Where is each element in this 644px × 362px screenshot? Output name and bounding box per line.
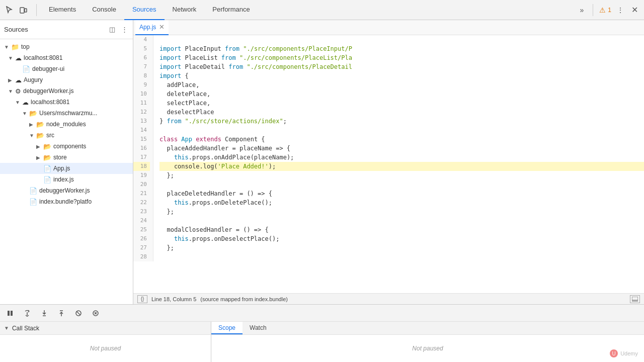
- devtools-toolbar: Elements Console Sources Network Perform…: [0, 0, 644, 20]
- code-panel: App.js ✕ 4 5 6 7 8 9 10: [133, 20, 644, 304]
- code-line-19: };: [159, 171, 644, 180]
- arrow-src: ▼: [29, 133, 36, 138]
- tab-performance[interactable]: Performance: [204, 0, 258, 20]
- step-over-btn[interactable]: [21, 307, 33, 319]
- code-line-7: import PlaceDetail from "./src/component…: [159, 62, 644, 71]
- file-icon-debugger-ui: 📄: [22, 65, 30, 73]
- tab-sources[interactable]: Sources: [124, 0, 165, 20]
- call-stack-header[interactable]: ▼ Call Stack: [0, 322, 211, 335]
- tree-item-store[interactable]: ▶ 📂 store: [0, 152, 133, 163]
- close-tab-icon[interactable]: ✕: [159, 23, 165, 31]
- warning-count: 1: [608, 7, 611, 14]
- file-icon-dw: 📄: [29, 187, 37, 195]
- tree-label-indexjs: index.js: [53, 176, 74, 183]
- arrow-dw: ▼: [8, 88, 15, 94]
- hide-panel-icon[interactable]: ◫: [108, 25, 117, 34]
- tree-item-augury[interactable]: ▶ ☁ Augury: [0, 74, 133, 85]
- line-num-28: 28: [133, 252, 150, 261]
- tree-item-users[interactable]: ▼ 📂 Users/mschwarzmu...: [0, 108, 133, 119]
- tree-item-components[interactable]: ▶ 📂 components: [0, 141, 133, 152]
- step-out-btn[interactable]: [55, 307, 67, 319]
- main-content: Sources ◫ ⋮ ▼ 📁 top ▼: [0, 20, 644, 362]
- tree-label-src: src: [46, 132, 54, 139]
- pretty-print-btn[interactable]: {}: [137, 295, 147, 303]
- line-num-4: 4: [133, 35, 150, 44]
- code-tab-appjs[interactable]: App.js ✕: [135, 20, 169, 35]
- step-into-btn[interactable]: [38, 307, 50, 319]
- call-stack-arrow: ▼: [4, 325, 9, 331]
- line-num-6: 6: [133, 53, 150, 62]
- tree-item-localhost-1[interactable]: ▼ ☁ localhost:8081: [0, 52, 133, 63]
- tree-item-top[interactable]: ▼ 📁 top: [0, 41, 133, 52]
- line-num-26: 26: [133, 234, 150, 243]
- code-line-16: placeAddedHandler = placeName => {: [159, 144, 644, 153]
- tree-label-localhost-1: localhost:8081: [24, 54, 62, 61]
- file-icon-appjs: 📄: [43, 165, 51, 172]
- folder-icon-store: 📂: [43, 154, 51, 161]
- code-line-15: class App extends Component {: [159, 135, 644, 144]
- line-num-7: 7: [133, 62, 150, 71]
- tree-label-top: top: [21, 43, 30, 50]
- code-lines-container: 4 5 6 7 8 9 10 11 12 13 14 15 16: [133, 35, 644, 261]
- tree-item-debugger-ui[interactable]: 📄 debugger-ui: [0, 63, 133, 74]
- warning-badge[interactable]: ⚠ 1: [599, 6, 611, 14]
- close-devtools-icon[interactable]: ✕: [629, 3, 640, 17]
- file-tree: ▼ 📁 top ▼ ☁ localhost:8081 📄 debugg: [0, 39, 133, 304]
- tab-elements[interactable]: Elements: [41, 0, 84, 20]
- line-num-10: 10: [133, 89, 150, 99]
- tree-item-index-bundle[interactable]: 📄 index.bundle?platfo: [0, 196, 133, 207]
- tab-bar: Elements Console Sources Network Perform…: [41, 0, 258, 20]
- svg-rect-1: [25, 9, 27, 12]
- call-stack-empty-text: Not paused: [90, 345, 121, 352]
- server-icon-2: ☁: [22, 99, 29, 106]
- scope-tabs: Scope Watch: [211, 322, 644, 335]
- async-btn[interactable]: [90, 307, 102, 319]
- more-sources-icon[interactable]: ⋮: [120, 25, 129, 34]
- tree-item-localhost-2[interactable]: ▼ ☁ localhost:8081: [0, 97, 133, 108]
- tree-label-node-modules: node_modules: [46, 121, 86, 128]
- line-num-11: 11: [133, 99, 150, 108]
- code-line-25: modalClosedHandler = () => {: [159, 225, 644, 234]
- pause-btn[interactable]: [4, 307, 16, 319]
- line-num-20: 20: [133, 180, 150, 189]
- tree-item-src[interactable]: ▼ 📂 src: [0, 130, 133, 141]
- code-editor[interactable]: 4 5 6 7 8 9 10 11 12 13 14 15 16: [133, 35, 644, 293]
- more-tabs-icon[interactable]: »: [577, 5, 587, 15]
- code-line-9: addPlace,: [159, 80, 644, 89]
- bottom-split: ▼ Call Stack Not paused Scope Watch Not …: [0, 322, 644, 362]
- source-map-info: (source mapped from index.bundle): [200, 296, 288, 302]
- line-num-5: 5: [133, 44, 150, 53]
- code-line-24: [159, 216, 644, 225]
- console-drawer-btn[interactable]: [630, 295, 640, 303]
- svg-rect-3: [11, 311, 13, 316]
- folder-icon-src: 📂: [36, 132, 44, 139]
- tree-item-debugger-worker-gear[interactable]: ▼ ⚙ debuggerWorker.js: [0, 85, 133, 97]
- more-options-icon[interactable]: ⋮: [615, 5, 625, 15]
- sources-panel-header-icons: ◫ ⋮: [108, 25, 129, 34]
- sources-panel-header: Sources ◫ ⋮: [0, 20, 133, 39]
- gear-icon-dw: ⚙: [15, 87, 21, 95]
- warning-icon: ⚠: [599, 6, 606, 14]
- cursor-icon[interactable]: [4, 5, 14, 15]
- tab-watch[interactable]: Watch: [243, 322, 274, 334]
- tree-item-indexjs[interactable]: 📄 index.js: [0, 174, 133, 185]
- device-icon[interactable]: [18, 5, 28, 15]
- arrow-store: ▶: [36, 155, 43, 160]
- tree-item-node-modules[interactable]: ▶ 📂 node_modules: [0, 119, 133, 130]
- tab-console[interactable]: Console: [84, 0, 124, 20]
- cursor-position: Line 18, Column 5: [151, 296, 196, 302]
- tree-item-debugger-worker-file[interactable]: 📄 debuggerWorker.js: [0, 185, 133, 196]
- tab-network[interactable]: Network: [165, 0, 205, 20]
- code-line-18: console.log('Place Added!');: [159, 162, 644, 171]
- toolbar-divider: [36, 4, 37, 16]
- line-num-12: 12: [133, 108, 150, 117]
- deactivate-btn[interactable]: [72, 307, 85, 319]
- status-left: {} Line 18, Column 5 (source mapped from…: [137, 295, 288, 303]
- debug-toolbar: [0, 305, 644, 322]
- line-num-25: 25: [133, 225, 150, 234]
- tree-label-appjs: App.js: [53, 165, 70, 172]
- tab-scope[interactable]: Scope: [211, 322, 243, 334]
- tree-item-appjs[interactable]: 📄 App.js: [0, 163, 133, 174]
- svg-rect-0: [20, 8, 24, 13]
- folder-icon-node-modules: 📂: [36, 121, 44, 128]
